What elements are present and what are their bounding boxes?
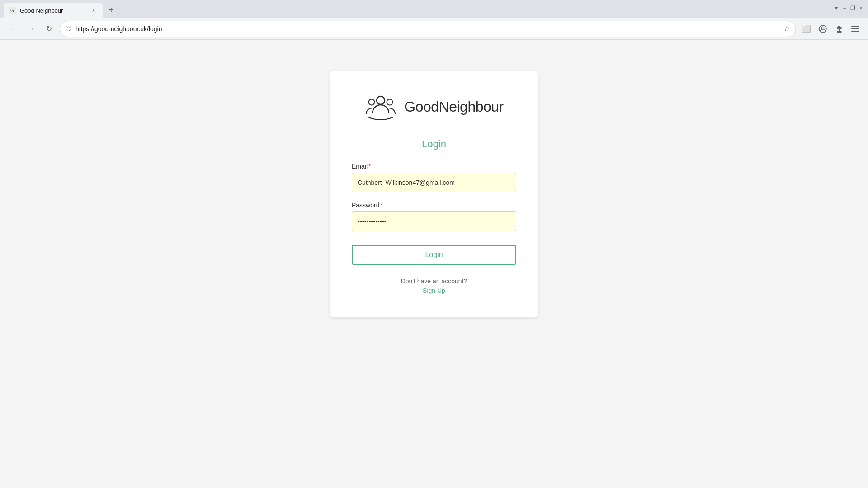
tab-title: Good Neighbour — [20, 7, 86, 14]
svg-rect-4 — [851, 26, 859, 27]
new-tab-button[interactable]: + — [105, 4, 118, 16]
svg-point-7 — [377, 96, 385, 104]
login-card: GoodNeighbour Login Email* Password* Log… — [330, 71, 538, 317]
page-content: GoodNeighbour Login Email* Password* Log… — [0, 40, 868, 488]
minimize-button[interactable]: − — [841, 5, 848, 12]
svg-rect-5 — [851, 28, 859, 29]
bookmark-star-icon[interactable]: ☆ — [783, 24, 790, 33]
window-close-button[interactable]: × — [857, 5, 864, 12]
browser-chrome: G Good Neighbour × + ▾ − ❐ × ← → ↻ 🛡 ☆ — [0, 0, 868, 40]
browser-toolbar: ← → ↻ 🛡 ☆ ⬜ — [0, 18, 868, 40]
toolbar-right-icons: ⬜ — [799, 22, 863, 36]
browser-tabs: G Good Neighbour × + — [4, 0, 118, 18]
pocket-icon[interactable]: ⬜ — [799, 22, 814, 36]
restore-button[interactable]: ❐ — [849, 5, 856, 12]
svg-point-8 — [369, 99, 375, 105]
browser-titlebar: G Good Neighbour × + ▾ − ❐ × — [0, 0, 868, 18]
tab-close-button[interactable]: × — [90, 6, 98, 14]
logo-text: GoodNeighbour — [404, 99, 503, 115]
email-required-star: * — [368, 163, 371, 170]
signup-prompt-text: Don't have an account? — [352, 277, 516, 285]
address-bar-container: 🛡 ☆ — [60, 21, 796, 37]
login-title: Login — [352, 138, 516, 150]
security-icon: 🛡 — [66, 25, 72, 33]
password-form-group: Password* — [352, 202, 516, 231]
tab-list-button[interactable]: ▾ — [833, 5, 840, 12]
email-input[interactable] — [352, 173, 516, 192]
svg-point-9 — [387, 99, 393, 105]
forward-button[interactable]: → — [24, 22, 38, 36]
extensions-icon[interactable] — [832, 22, 846, 36]
address-bar[interactable] — [75, 25, 780, 33]
login-button[interactable]: Login — [352, 245, 516, 265]
refresh-button[interactable]: ↻ — [42, 22, 56, 36]
password-required-star: * — [380, 202, 382, 209]
browser-menu-icon[interactable] — [848, 22, 863, 36]
back-button[interactable]: ← — [5, 22, 20, 36]
password-label: Password* — [352, 202, 516, 209]
password-input[interactable] — [352, 211, 516, 231]
profile-icon[interactable] — [816, 22, 830, 36]
svg-rect-6 — [851, 31, 859, 32]
email-form-group: Email* — [352, 163, 516, 192]
signup-link[interactable]: Sign Up — [423, 287, 445, 294]
svg-point-3 — [821, 27, 824, 29]
email-label: Email* — [352, 163, 516, 170]
signup-section: Don't have an account? Sign Up — [352, 277, 516, 295]
svg-text:G: G — [10, 8, 14, 13]
logo-section: GoodNeighbour — [352, 89, 516, 124]
window-controls: ▾ − ❐ × — [833, 5, 864, 12]
logo-icon — [364, 89, 397, 124]
tab-favicon: G — [9, 7, 16, 14]
browser-tab-active[interactable]: G Good Neighbour × — [4, 3, 103, 18]
